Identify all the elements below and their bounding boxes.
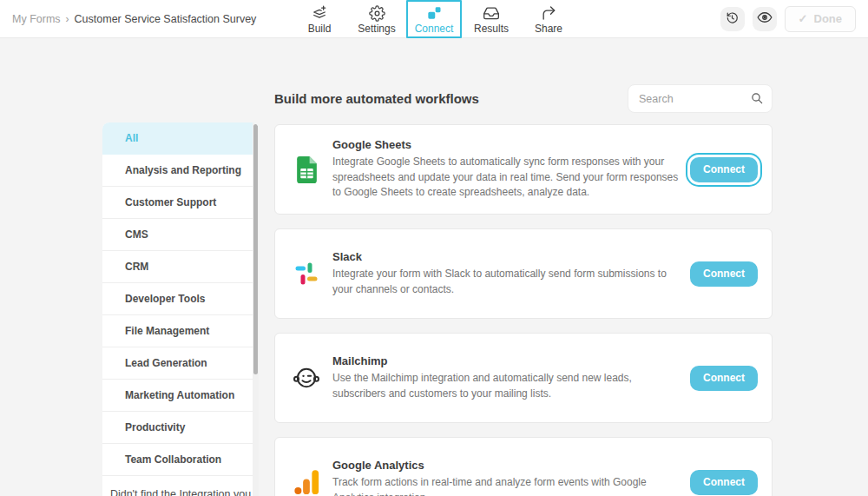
sidebar-item-customer-support[interactable]: Customer Support <box>102 187 259 219</box>
integration-card-google-sheets: Google Sheets Integrate Google Sheets to… <box>274 124 773 215</box>
search-input[interactable] <box>628 84 773 113</box>
breadcrumb: My Forms › Customer Service Satisfaction… <box>12 13 256 25</box>
sidebar-item-label: CMS <box>125 228 148 241</box>
check-icon: ✓ <box>799 12 808 25</box>
undo-history-icon <box>725 10 740 28</box>
app-root: My Forms › Customer Service Satisfaction… <box>0 0 868 496</box>
integration-description: Integrate your form with Slack to automa… <box>332 267 680 297</box>
sidebar-item-marketing-automation[interactable]: Marketing Automation <box>102 380 259 412</box>
integration-name: Google Analytics <box>332 459 680 472</box>
sidebar-scrollbar-thumb[interactable] <box>253 124 258 374</box>
main-nav-tabs: Build Settings Connect Results Share <box>292 0 576 38</box>
integration-name: Mailchimp <box>332 354 680 367</box>
sidebar-item-label: Team Collaboration <box>125 453 221 466</box>
tab-share[interactable]: Share <box>521 0 576 38</box>
sidebar-item-productivity[interactable]: Productivity <box>102 412 259 444</box>
integration-name: Slack <box>332 250 680 263</box>
settings-icon <box>369 4 385 22</box>
sidebar-item-label: Customer Support <box>125 196 216 208</box>
integration-description: Integrate Google Sheets to automatically… <box>332 155 680 200</box>
top-actions: ✓ Done <box>720 6 856 32</box>
breadcrumb-my-forms[interactable]: My Forms <box>12 13 61 25</box>
sidebar-item-label: File Management <box>125 325 209 337</box>
share-icon <box>540 4 557 22</box>
sidebar-item-crm[interactable]: CRM <box>102 251 259 283</box>
breadcrumb-separator-icon: › <box>66 13 69 25</box>
google-sheets-icon <box>293 155 320 184</box>
sidebar-footer-note: Didn't find the Integration you <box>102 476 259 496</box>
connect-button-mailchimp[interactable]: Connect <box>690 366 758 391</box>
main-area: All Analysis and Reporting Customer Supp… <box>0 38 868 496</box>
category-list: All Analysis and Reporting Customer Supp… <box>102 122 259 476</box>
sidebar-item-label: Productivity <box>125 421 185 433</box>
search-box <box>628 84 773 113</box>
sidebar-item-label: Analysis and Reporting <box>125 164 241 176</box>
sidebar-item-file-management[interactable]: File Management <box>102 315 259 347</box>
connect-icon <box>425 4 443 22</box>
breadcrumb-current-form: Customer Service Satisfaction Survey <box>75 13 257 25</box>
tab-connect[interactable]: Connect <box>406 0 462 38</box>
sidebar-item-analysis-and-reporting[interactable]: Analysis and Reporting <box>102 155 259 187</box>
tab-results[interactable]: Results <box>464 0 519 38</box>
sidebar-item-label: CRM <box>125 261 148 273</box>
integrations-panel: Build more automated workflows <box>274 84 773 496</box>
done-button[interactable]: ✓ Done <box>785 6 856 32</box>
sidebar-item-label: Lead Generation <box>125 357 207 369</box>
preview-button[interactable] <box>753 7 777 31</box>
sidebar-item-cms[interactable]: CMS <box>102 219 259 251</box>
category-sidebar: All Analysis and Reporting Customer Supp… <box>102 122 259 496</box>
build-icon <box>311 4 328 22</box>
top-bar: My Forms › Customer Service Satisfaction… <box>0 0 868 38</box>
integration-card-mailchimp: Mailchimp Use the Mailchimp integration … <box>274 333 773 423</box>
panel-header: Build more automated workflows <box>274 84 773 113</box>
sidebar-item-label: Marketing Automation <box>125 389 234 401</box>
tab-settings[interactable]: Settings <box>349 0 404 38</box>
integration-description: Use the Mailchimp integration and automa… <box>332 371 680 401</box>
integration-card-google-analytics: Google Analytics Track form actions in r… <box>274 437 773 496</box>
undo-history-button[interactable] <box>720 7 745 31</box>
integration-name: Google Sheets <box>332 138 680 151</box>
integration-cards: Google Sheets Integrate Google Sheets to… <box>274 124 773 496</box>
connect-button-google-analytics[interactable]: Connect <box>690 470 758 495</box>
sidebar-item-label: All <box>125 132 138 144</box>
sidebar-item-all[interactable]: All <box>102 122 259 155</box>
sidebar-item-team-collaboration[interactable]: Team Collaboration <box>102 444 259 476</box>
eye-icon <box>757 10 773 28</box>
done-label: Done <box>814 12 843 25</box>
connect-button-google-sheets[interactable]: Connect <box>690 157 758 182</box>
integration-description: Track form actions in real-time and anal… <box>332 475 680 496</box>
slack-icon <box>293 261 320 287</box>
sidebar-item-lead-generation[interactable]: Lead Generation <box>102 347 259 380</box>
integration-card-slack: Slack Integrate your form with Slack to … <box>274 228 773 319</box>
google-analytics-icon <box>293 469 320 495</box>
sidebar-item-developer-tools[interactable]: Developer Tools <box>102 283 259 315</box>
connect-button-slack[interactable]: Connect <box>690 261 758 287</box>
page-title: Build more automated workflows <box>274 91 479 106</box>
results-icon <box>483 4 500 22</box>
mailchimp-icon <box>293 364 320 392</box>
sidebar-item-label: Developer Tools <box>125 293 205 305</box>
tab-build[interactable]: Build <box>292 0 347 38</box>
